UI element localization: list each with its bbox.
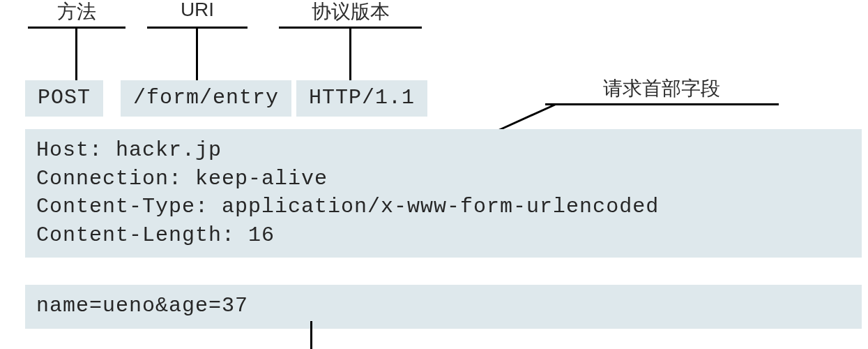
connector-diagonal-headers xyxy=(495,103,558,133)
label-method: 方法 xyxy=(38,0,115,25)
token-uri: /form/entry xyxy=(121,80,291,117)
connector-stem-body xyxy=(310,321,312,349)
headers-block: Host: hackr.jp Connection: keep-alive Co… xyxy=(25,129,862,258)
connector-bar-headers xyxy=(545,103,779,105)
connector-stem-uri xyxy=(196,27,198,82)
label-protocol: 协议版本 xyxy=(291,0,410,25)
body-block: name=ueno&age=37 xyxy=(25,285,862,329)
label-headers: 请求首部字段 xyxy=(574,75,749,102)
connector-stem-method xyxy=(75,27,77,82)
token-method: POST xyxy=(25,80,103,117)
svg-line-0 xyxy=(496,105,555,131)
token-protocol: HTTP/1.1 xyxy=(296,80,427,117)
label-uri: URI xyxy=(159,0,236,21)
connector-stem-protocol xyxy=(349,27,351,82)
